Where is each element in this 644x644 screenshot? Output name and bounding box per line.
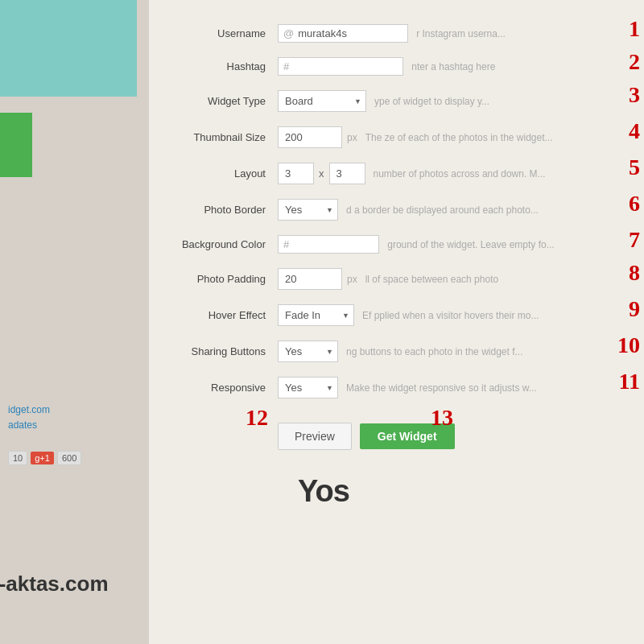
hashtag-input-wrapper: # <box>278 57 403 76</box>
layout-description: number of photos across and down. M... <box>374 168 629 180</box>
widget-type-row: Widget Type Board Slideshow List ype of … <box>173 90 628 112</box>
photo-border-label: Photo Border <box>173 204 278 216</box>
green-decoration <box>0 113 32 177</box>
widget-type-input-area: Board Slideshow List ype of widget to di… <box>278 90 628 112</box>
button-row: Preview Get Widget <box>278 423 455 450</box>
badge-12: 12 <box>246 407 268 429</box>
hashtag-description: nter a hashtag here <box>411 61 628 72</box>
responsive-select[interactable]: Yes No <box>278 377 338 398</box>
hover-effect-input-area: Fade In Zoom None Ef pplied when a visit… <box>278 304 628 326</box>
social-count1[interactable]: 10 <box>8 451 27 465</box>
gplus-button[interactable]: g+1 <box>31 452 54 464</box>
bg-color-input[interactable] <box>293 238 374 250</box>
photo-border-description: d a border be displayed around each phot… <box>346 204 628 216</box>
hashtag-hash-icon: # <box>283 60 289 72</box>
layout-y-input[interactable] <box>329 163 365 184</box>
username-input-area: @ r Instagram userna... <box>278 24 628 43</box>
photo-padding-description: ll of space between each photo <box>365 274 628 285</box>
photo-padding-unit: px <box>347 274 357 285</box>
badge-6: 6 <box>629 192 640 215</box>
badge-7: 7 <box>629 229 640 251</box>
responsive-description: Make the widget responsive so it adjusts… <box>346 382 628 394</box>
main-form: Username @ r Instagram userna... 1 Hasht… <box>149 0 644 644</box>
hover-effect-label: Hover Effect <box>173 309 278 321</box>
thumbnail-size-unit: px <box>347 132 357 143</box>
bottom-branding: t-aktas.com <box>0 572 109 597</box>
badge-2: 2 <box>629 51 640 73</box>
hover-effect-description: Ef pplied when a visitor hovers their mo… <box>362 310 628 321</box>
thumbnail-size-label: Thumbnail Size <box>173 131 278 143</box>
photo-padding-row: Photo Padding px ll of space between eac… <box>173 268 628 290</box>
username-label: Username <box>173 27 278 39</box>
action-buttons-row: 12 Preview Get Widget 13 <box>173 415 628 450</box>
photo-padding-input[interactable] <box>278 268 342 290</box>
thumbnail-size-row: Thumbnail Size px The ze of each of the … <box>173 126 628 148</box>
teal-decoration <box>0 0 137 97</box>
bg-color-input-wrapper: # <box>278 235 379 254</box>
thumbnail-size-description: The ze of each of the photos in the widg… <box>365 132 628 143</box>
badge-8: 8 <box>629 262 640 284</box>
badge-5: 5 <box>629 156 640 179</box>
bg-color-label: Background Color <box>173 238 278 250</box>
thumbnail-size-input[interactable] <box>278 126 342 148</box>
photo-border-input-area: Yes No d a border be displayed around ea… <box>278 199 628 221</box>
preview-button[interactable]: Preview <box>278 423 352 450</box>
photo-padding-input-area: px ll of space between each photo <box>278 268 628 290</box>
sharing-buttons-input-area: Yes No ng buttons to each photo in the w… <box>278 341 628 362</box>
layout-label: Layout <box>173 167 278 180</box>
badge-4: 4 <box>629 120 640 142</box>
sharing-buttons-select-wrapper: Yes No <box>278 341 338 362</box>
username-row: Username @ r Instagram userna... 1 <box>173 24 628 43</box>
hashtag-input-area: # nter a hashtag here <box>278 57 628 76</box>
bg-color-hash-icon: # <box>283 238 289 250</box>
layout-row: Layout x number of photos across and dow… <box>173 163 628 184</box>
bg-color-input-area: # ground of the widget. Leave empty fo..… <box>278 235 628 254</box>
username-at-icon: @ <box>283 27 294 39</box>
photo-border-select[interactable]: Yes No <box>278 199 338 221</box>
layout-x-separator: x <box>319 167 324 180</box>
badge-9: 9 <box>629 298 640 320</box>
badge-3: 3 <box>629 84 640 106</box>
layout-x-input[interactable] <box>278 163 314 184</box>
social-buttons-row: 10 g+1 600 <box>8 451 81 465</box>
hashtag-label: Hashtag <box>173 60 278 72</box>
layout-input-area: x number of photos across and down. M... <box>278 163 628 184</box>
widget-type-description: ype of widget to display y... <box>374 96 628 107</box>
sharing-buttons-description: ng buttons to each photo in the widget f… <box>346 346 628 357</box>
hashtag-input[interactable] <box>293 60 398 72</box>
link2[interactable]: adates <box>8 418 50 433</box>
get-widget-button[interactable]: Get Widget <box>360 423 455 449</box>
yos-text: Yos <box>298 474 349 509</box>
sharing-buttons-label: Sharing Buttons <box>173 345 278 357</box>
hashtag-row: Hashtag # nter a hashtag here 2 <box>173 57 628 76</box>
photo-border-select-wrapper: Yes No <box>278 199 338 221</box>
responsive-row: Responsive Yes No Make the widget respon… <box>173 377 628 398</box>
responsive-select-wrapper: Yes No <box>278 377 338 398</box>
left-panel: idget.com adates 10 g+1 600 t-aktas.com <box>0 0 149 644</box>
widget-type-label: Widget Type <box>173 95 278 107</box>
thumbnail-size-input-area: px The ze of each of the photos in the w… <box>278 126 628 148</box>
photo-border-row: Photo Border Yes No d a border be displa… <box>173 199 628 221</box>
hover-effect-select[interactable]: Fade In Zoom None <box>278 304 354 326</box>
widget-type-select-wrapper: Board Slideshow List <box>278 90 366 112</box>
hover-effect-select-wrapper: Fade In Zoom None <box>278 304 354 326</box>
username-input[interactable] <box>298 27 402 39</box>
social-count2[interactable]: 600 <box>57 451 81 465</box>
badge-1: 1 <box>629 18 640 40</box>
bg-color-description: ground of the widget. Leave empty fo... <box>387 239 628 250</box>
link1[interactable]: idget.com <box>8 402 50 418</box>
widget-type-select[interactable]: Board Slideshow List <box>278 90 366 112</box>
sharing-buttons-select[interactable]: Yes No <box>278 341 338 362</box>
responsive-input-area: Yes No Make the widget responsive so it … <box>278 377 628 398</box>
username-description: r Instagram userna... <box>416 28 628 39</box>
username-input-wrapper: @ <box>278 24 408 43</box>
hover-effect-row: Hover Effect Fade In Zoom None Ef pplied… <box>173 304 628 326</box>
sharing-buttons-row: Sharing Buttons Yes No ng buttons to eac… <box>173 341 628 362</box>
bg-color-row: Background Color # ground of the widget.… <box>173 235 628 254</box>
photo-padding-label: Photo Padding <box>173 273 278 285</box>
sidebar-links: idget.com adates <box>8 402 50 433</box>
responsive-label: Responsive <box>173 382 278 394</box>
